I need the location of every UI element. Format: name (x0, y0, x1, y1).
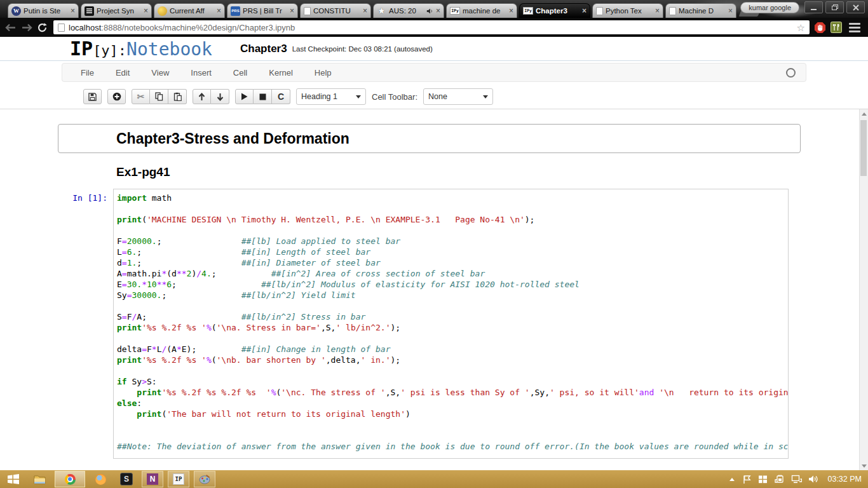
code-line (117, 430, 788, 441)
chrome-profile-badge[interactable]: kumar google (740, 2, 799, 13)
tab-close-icon[interactable]: × (582, 7, 587, 15)
minimize-button[interactable] (804, 1, 823, 13)
chrome-icon (65, 474, 76, 485)
browser-tab-chapter3[interactable]: IPyChapter3× (519, 3, 590, 18)
tab-close-icon[interactable]: × (655, 7, 660, 15)
scroll-down-button[interactable] (860, 461, 868, 470)
hidden-icons-chevron[interactable] (728, 477, 736, 482)
ipython-logo[interactable]: IP[y]:Notebook (70, 37, 212, 60)
ipy-favicon: IPy (523, 7, 533, 15)
copy-cell-button[interactable] (150, 89, 168, 104)
tab-close-icon[interactable]: × (217, 7, 221, 15)
code-line: F=20000.; ##[lb] Load applied to steel b… (117, 236, 788, 247)
power-battery-icon[interactable] (774, 475, 785, 484)
add-icon (112, 92, 121, 101)
subheading-cell[interactable]: Ex1-pg41 (116, 165, 859, 179)
s-app-taskbar-button[interactable]: S (116, 471, 137, 487)
browser-tab-aus-20[interactable]: ★AUS: 20× (373, 3, 444, 18)
scroll-up-button[interactable] (860, 109, 868, 118)
notebook-title[interactable]: Chapter3 (240, 43, 287, 55)
menu-file[interactable]: File (70, 68, 105, 78)
browser-tab-prs-bill-tr[interactable]: PRSPRS | Bill Tr× (227, 3, 298, 18)
chevron-down-icon (356, 95, 361, 98)
tab-close-icon[interactable]: × (509, 7, 513, 15)
menu-kernel[interactable]: Kernel (258, 68, 304, 78)
browser-tab-python-tex[interactable]: Python Tex× (592, 3, 663, 18)
restaurant-extension-icon[interactable] (831, 22, 842, 33)
browser-tab-project-syn[interactable]: Project Syn× (81, 3, 152, 18)
paste-cell-button[interactable] (168, 89, 187, 104)
windows-tray-icon[interactable] (758, 475, 768, 484)
reload-button[interactable] (37, 22, 48, 33)
menu-help[interactable]: Help (304, 68, 342, 78)
page-favicon (669, 7, 676, 15)
forward-button[interactable] (21, 24, 32, 32)
code-line: Sy=30000.; ##[lb/in^2] Yield limit (117, 290, 788, 301)
menu-cell[interactable]: Cell (222, 68, 258, 78)
code-line: print'%s %.2f %s '%('\nb. bar shorten by… (117, 355, 788, 365)
interrupt-kernel-button[interactable] (254, 89, 272, 104)
tab-close-icon[interactable]: × (290, 7, 294, 15)
url-bar[interactable]: localhost:8888/notebooks/machine%20desig… (53, 20, 810, 34)
code-line: import math (117, 193, 788, 203)
run-cell-button[interactable] (235, 89, 254, 104)
save-button[interactable] (83, 89, 102, 104)
taskbar-clock[interactable]: 03:32 PM (827, 475, 862, 484)
file-explorer-button[interactable] (29, 471, 50, 487)
code-line (117, 365, 788, 376)
tab-title: PRS | Bill Tr (243, 7, 287, 15)
browser-tabs: WPutin is Ste×Project Syn×Current Aff×PR… (8, 3, 738, 18)
network-icon[interactable] (791, 475, 802, 484)
scrollbar-thumb[interactable] (860, 120, 867, 176)
cell-toolbar-select[interactable]: None (423, 88, 493, 105)
insert-cell-below-button[interactable] (107, 89, 126, 104)
browser-tab-putin-is-ste[interactable]: WPutin is Ste× (8, 3, 79, 18)
back-button[interactable] (5, 24, 17, 32)
menu-insert[interactable]: Insert (180, 68, 222, 78)
firefox-taskbar-button[interactable] (90, 471, 111, 487)
move-cell-up-button[interactable] (193, 89, 211, 104)
page-scrollbar[interactable] (859, 109, 868, 470)
heading-cell-selected[interactable]: Chapter3-Stress and Deformation (58, 124, 801, 153)
action-center-flag-icon[interactable] (742, 475, 752, 484)
tab-close-icon[interactable]: × (71, 7, 75, 15)
volume-icon[interactable] (808, 475, 818, 484)
paste-icon (173, 92, 182, 101)
ipy-favicon: IPy (450, 7, 460, 15)
start-button[interactable] (3, 471, 24, 487)
cell-type-value: Heading 1 (301, 92, 337, 101)
onenote-taskbar-button[interactable]: N (142, 471, 163, 487)
save-icon (88, 93, 97, 101)
code-line (117, 333, 788, 344)
ipython-taskbar-button[interactable]: IP (168, 471, 189, 487)
palette-app-taskbar-button[interactable] (194, 471, 215, 487)
restart-kernel-button[interactable]: C (272, 89, 290, 104)
move-cell-down-button[interactable] (211, 89, 229, 104)
tab-close-icon[interactable]: × (728, 7, 733, 15)
cell-type-select[interactable]: Heading 1 (296, 88, 366, 105)
star-favicon: ★ (377, 6, 386, 16)
tab-close-icon[interactable]: × (363, 7, 367, 15)
folder-icon (34, 475, 46, 484)
code-cell[interactable]: In [1]: import math print('MACHINE DESIG… (58, 189, 789, 459)
browser-tab-constitu[interactable]: CONSTITU× (300, 3, 371, 18)
bookmark-star-icon[interactable]: ☆ (797, 23, 805, 32)
close-button[interactable] (846, 1, 865, 13)
chrome-menu-icon[interactable] (846, 23, 863, 32)
checkpoint-status: Last Checkpoint: Dec 03 08:21 (autosaved… (292, 45, 433, 53)
browser-tab-machine-de[interactable]: IPymachine de× (446, 3, 517, 18)
code-input-area[interactable]: import math print('MACHINE DESIGN \n Tim… (113, 189, 789, 459)
tab-close-icon[interactable]: × (144, 7, 148, 15)
s-app-icon: S (120, 473, 133, 485)
tab-close-icon[interactable]: × (436, 7, 440, 15)
url-text[interactable]: localhost:8888/notebooks/machine%20desig… (69, 23, 295, 32)
restore-button[interactable] (825, 1, 844, 13)
cut-cell-button[interactable]: ✂ (132, 89, 150, 104)
menu-view[interactable]: View (140, 68, 180, 78)
menu-edit[interactable]: Edit (105, 68, 140, 78)
chrome-taskbar-button[interactable] (55, 471, 85, 487)
adblock-extension-icon[interactable] (814, 22, 826, 34)
reload-icon (37, 22, 48, 33)
browser-tab-current-aff[interactable]: Current Aff× (154, 3, 225, 18)
browser-tab-machine-d[interactable]: Machine D× (665, 3, 736, 18)
